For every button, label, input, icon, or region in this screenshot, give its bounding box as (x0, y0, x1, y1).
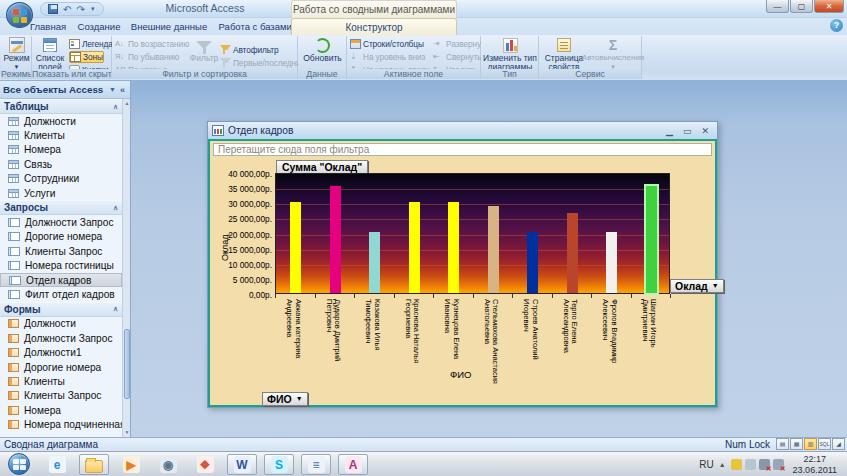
chart-window-titlebar[interactable]: Отдел кадров ▁ ▭ ✕ (208, 122, 717, 139)
nav-section-формы[interactable]: Формы∧ (0, 302, 122, 317)
nav-item-должности-запрос[interactable]: Должности Запрос (0, 331, 122, 345)
nav-item-должности-запрос[interactable]: Должности Запрос (0, 215, 122, 229)
qat-dropdown-icon[interactable]: ▼ (90, 3, 96, 15)
office-button[interactable] (6, 2, 33, 28)
sort-ascending-button[interactable]: А↓По возрастанию (115, 38, 189, 50)
tab-создание[interactable]: Создание (72, 18, 126, 35)
taskbar-icon-hp-mediasmart[interactable]: ◉ (153, 454, 183, 475)
filter-button[interactable]: Фильтр (188, 37, 220, 63)
field-list-button[interactable]: Список полей (32, 37, 68, 72)
nav-dropdown-icon[interactable]: ▼ (107, 86, 118, 93)
nav-item-дорогие-номера[interactable]: Дорогие номера (0, 230, 122, 244)
section-collapse-icon[interactable]: ∧ (113, 305, 118, 313)
nav-item-должности1[interactable]: Должности1 (0, 345, 122, 359)
rows-columns-button[interactable]: Строки/столбцы (350, 38, 424, 50)
nav-collapse-icon[interactable]: « (118, 85, 127, 95)
undo-icon[interactable]: ↶ (63, 3, 71, 15)
nav-item-клиенты-запрос[interactable]: Клиенты Запрос (0, 244, 122, 258)
property-sheet-button[interactable]: Страница свойств (541, 37, 587, 72)
zones-button[interactable]: Зоны (69, 51, 104, 63)
pivot-table-view-button[interactable]: ▦ (790, 438, 803, 450)
taskbar-icon-games-folder[interactable] (79, 454, 109, 475)
nav-item-номера-подчиненная-фо...[interactable]: Номера подчиненная фо... (0, 417, 122, 431)
legend-button[interactable]: Легенда (69, 38, 113, 50)
maximize-button[interactable]: ▢ (790, 0, 813, 13)
show-hidden-icons[interactable]: ▲ (719, 461, 726, 468)
nav-item-услуги[interactable]: Услуги (0, 186, 122, 200)
nav-section-запросы[interactable]: Запросы∧ (0, 200, 122, 215)
nav-item-дорогие-номера[interactable]: Дорогие номера (0, 360, 122, 374)
scroll-up-icon[interactable]: ▲ (123, 99, 131, 108)
navigation-pane-header[interactable]: Все объекты Access ▼ « (0, 81, 130, 99)
tab-конструктор[interactable]: Конструктор (291, 18, 457, 35)
bar-2[interactable] (369, 232, 380, 293)
taskbar-icon-photo-viewer[interactable]: ❖ (190, 454, 220, 475)
drill-down-button[interactable]: ⇣На уровень вниз (350, 51, 425, 63)
taskbar-icon-internet-explorer[interactable]: e (42, 454, 72, 475)
start-button[interactable] (8, 453, 30, 475)
series-field-button[interactable]: Оклад▼ (670, 279, 724, 293)
tray-updates-icon[interactable] (731, 459, 742, 470)
taskbar-icon-wordpad[interactable]: ≡ (301, 454, 331, 475)
nav-item-должности[interactable]: Должности (0, 317, 122, 331)
tray-network-error-icon[interactable] (759, 459, 770, 470)
nav-item-номера[interactable]: Номера (0, 403, 122, 417)
scrollbar-thumb[interactable] (124, 329, 130, 399)
language-indicator[interactable]: RU (699, 459, 713, 470)
autofilter-button[interactable]: Автофильтр (220, 44, 278, 56)
bar-9[interactable] (646, 186, 657, 293)
bar-0[interactable] (290, 202, 301, 293)
section-collapse-icon[interactable]: ∧ (113, 103, 118, 111)
clock[interactable]: 22:17 23.06.2011 (789, 454, 843, 476)
help-icon[interactable]: ? (830, 19, 843, 32)
design-view-button[interactable]: ◢ (832, 438, 845, 450)
view-mode-button[interactable]: Режим▼ (3, 37, 30, 72)
nav-item-номера-гостиницы[interactable]: Номера гостиницы (0, 259, 122, 273)
scroll-down-icon[interactable]: ▼ (123, 428, 131, 437)
bar-4[interactable] (448, 202, 459, 293)
change-chart-type-button[interactable]: Изменить тип диаграммы (483, 37, 537, 72)
nav-item-должности[interactable]: Должности (0, 114, 122, 128)
nav-item-связь[interactable]: Связь (0, 157, 122, 171)
close-button[interactable]: ✕ (814, 0, 844, 13)
nav-item-клиенты-запрос[interactable]: Клиенты Запрос (0, 389, 122, 403)
nav-item-клиенты[interactable]: Клиенты (0, 374, 122, 388)
taskbar-icon-skype[interactable]: S (264, 454, 294, 475)
bar-7[interactable] (567, 213, 578, 293)
minimize-button[interactable]: — (766, 0, 789, 13)
bar-3[interactable] (409, 202, 420, 293)
bar-1[interactable] (330, 186, 341, 293)
refresh-button[interactable]: Обновить (301, 37, 344, 63)
redo-icon[interactable]: ↷ (76, 3, 84, 15)
sort-descending-button[interactable]: Я↓По убыванию (115, 51, 179, 63)
total-field-button[interactable]: Сумма "Оклад" (276, 160, 368, 174)
nav-item-сотрудники[interactable]: Сотрудники (0, 172, 122, 186)
nav-section-таблицы[interactable]: Таблицы∧ (0, 99, 122, 114)
nav-item-номера[interactable]: Номера (0, 143, 122, 157)
filter-drop-zone[interactable]: Перетащите сюда поля фильтра (213, 143, 712, 156)
category-field-button[interactable]: ФИО▼ (262, 392, 308, 406)
nav-item-отдел-кадров[interactable]: Отдел кадров (0, 273, 122, 287)
tray-volume-error-icon[interactable] (773, 459, 784, 470)
taskbar-icon-access[interactable]: A (338, 454, 368, 475)
nav-item-филт-отдел-кадров[interactable]: Филт отдел кадров (0, 287, 122, 301)
form-view-button[interactable]: ▤ (776, 438, 789, 450)
taskbar-icon-media-player[interactable]: ▶ (116, 454, 146, 475)
bar-6[interactable] (527, 232, 538, 293)
section-collapse-icon[interactable]: ∧ (113, 204, 118, 212)
tray-scheduler-icon[interactable] (745, 459, 756, 470)
chart-window-restore-button[interactable]: ▭ (683, 126, 692, 136)
autocalc-button[interactable]: Σ Автовычисления▼ (585, 37, 641, 72)
pivot-chart-view-button[interactable]: ▥ (804, 438, 817, 450)
chart-window-minimize-button[interactable]: ▁ (666, 126, 673, 136)
taskbar-icon-word[interactable]: W (227, 454, 257, 475)
navigation-scrollbar[interactable]: ▲ ▼ (122, 99, 130, 437)
nav-item-клиенты[interactable]: Клиенты (0, 128, 122, 142)
bar-8[interactable] (606, 232, 617, 293)
tab-внешние-данные[interactable]: Внешние данные (128, 18, 210, 35)
collapse-button[interactable]: ⇤Свернуть (433, 51, 482, 63)
chart-window-close-button[interactable]: ✕ (701, 126, 709, 136)
sql-view-button[interactable]: SQL (818, 438, 831, 450)
bar-5[interactable] (488, 206, 499, 293)
save-icon[interactable] (48, 3, 58, 15)
